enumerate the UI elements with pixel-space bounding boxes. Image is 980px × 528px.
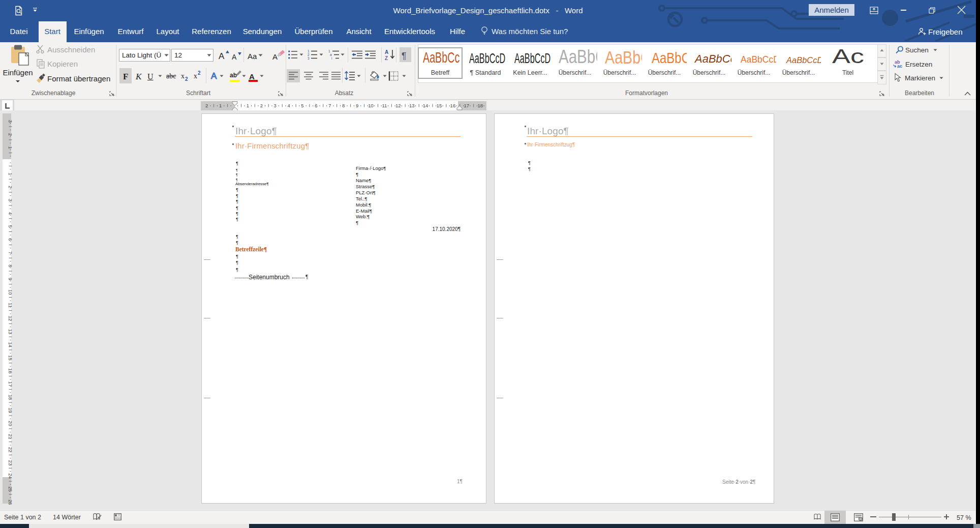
svg-text:14: 14	[423, 103, 428, 108]
svg-text:3: 3	[7, 199, 13, 201]
svg-text:11: 11	[7, 303, 13, 308]
svg-text:i: i	[331, 56, 332, 60]
svg-text:5: 5	[7, 225, 13, 227]
svg-text:17: 17	[464, 103, 470, 108]
svg-text:3: 3	[7, 120, 13, 123]
svg-text:18: 18	[477, 103, 483, 108]
svg-text:8: 8	[7, 265, 13, 267]
svg-text:7: 7	[7, 251, 13, 254]
svg-text:1: 1	[308, 49, 310, 53]
svg-text:Z: Z	[385, 55, 388, 61]
svg-text:2: 2	[308, 53, 310, 56]
svg-text:11: 11	[382, 103, 387, 108]
svg-text:1: 1	[328, 49, 330, 53]
svg-text:16: 16	[450, 103, 456, 108]
svg-text:8: 8	[342, 103, 345, 108]
svg-text:9: 9	[356, 103, 358, 108]
svg-text:2: 2	[7, 133, 13, 136]
svg-text:6: 6	[7, 238, 13, 241]
svg-text:1: 1	[247, 103, 249, 108]
svg-text:3: 3	[308, 56, 310, 60]
svg-text:4: 4	[287, 103, 290, 108]
svg-text:13: 13	[409, 103, 415, 108]
svg-text:1: 1	[7, 146, 13, 149]
svg-text:a: a	[330, 53, 332, 56]
svg-text:26: 26	[7, 500, 13, 505]
svg-text:5: 5	[301, 103, 303, 108]
svg-text:2: 2	[205, 103, 208, 108]
svg-text:2: 2	[260, 103, 263, 108]
svg-text:4: 4	[7, 212, 13, 215]
svg-text:9: 9	[7, 278, 13, 280]
svg-text:2: 2	[7, 186, 13, 188]
svg-text:A: A	[385, 49, 388, 55]
svg-text:ac: ac	[897, 64, 902, 69]
svg-text:12: 12	[395, 103, 401, 108]
svg-text:1: 1	[219, 103, 222, 108]
svg-text:3: 3	[274, 103, 277, 108]
svg-text:10: 10	[368, 103, 374, 108]
svg-text:7: 7	[328, 103, 331, 108]
svg-text:6: 6	[315, 103, 317, 108]
svg-text:15: 15	[437, 103, 442, 108]
svg-text:1: 1	[7, 172, 13, 175]
